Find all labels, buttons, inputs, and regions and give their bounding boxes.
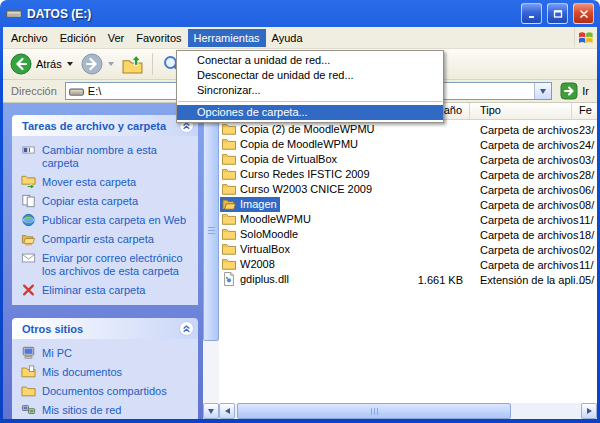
- menu-ayuda[interactable]: Ayuda: [266, 29, 309, 47]
- drive-icon: [6, 8, 22, 19]
- menu-item-conectar-unidad-red[interactable]: Conectar a unidad de red...: [177, 53, 443, 68]
- scroll-left-button[interactable]: [219, 403, 235, 419]
- file-name[interactable]: Imagen: [240, 198, 277, 210]
- task-rename-folder[interactable]: Cambiar nombre a esta carpeta: [21, 144, 194, 170]
- table-row[interactable]: Copia de MoodleWPMU Carpeta de archivos …: [219, 137, 597, 152]
- table-row[interactable]: Copia de VirtualBox Carpeta de archivos …: [219, 152, 597, 167]
- table-row[interactable]: Curso W2003 CNICE 2009 Carpeta de archiv…: [219, 182, 597, 197]
- file-name[interactable]: Copia de MoodleWPMU: [240, 138, 358, 150]
- forward-icon: [81, 53, 103, 75]
- other-places-panel: Otros sitios Mi PC Mis documentos: [12, 318, 198, 419]
- task-label[interactable]: Enviar por correo electrónico los archiv…: [42, 252, 187, 278]
- file-name[interactable]: SoloMoodle: [240, 228, 298, 240]
- back-dropdown-caret[interactable]: [67, 62, 73, 66]
- my-documents-icon: [21, 365, 36, 379]
- maximize-button[interactable]: [547, 3, 568, 24]
- forward-button[interactable]: [78, 52, 117, 76]
- task-label[interactable]: Mover esta carpeta: [42, 176, 136, 189]
- go-label: Ir: [582, 85, 589, 97]
- menu-archivo[interactable]: Archivo: [5, 29, 54, 47]
- address-dropdown-button[interactable]: [534, 83, 551, 99]
- sidebar-item-mis-documentos[interactable]: Mis documentos: [21, 366, 194, 379]
- windows-logo-icon: [574, 28, 597, 47]
- menubar: Archivo Edición Ver Favoritos Herramient…: [3, 27, 597, 49]
- back-button[interactable]: Atrás: [7, 52, 76, 76]
- collapse-button[interactable]: [179, 321, 194, 336]
- file-name[interactable]: Copia (2) de MoodleWPMU: [240, 123, 375, 135]
- table-row[interactable]: gdiplus.dll 1.661 KB Extensión de la apl…: [219, 272, 597, 287]
- sidebar-item-mis-sitios-de-red[interactable]: Mis sitios de red: [21, 404, 194, 417]
- back-label: Atrás: [36, 58, 62, 70]
- email-icon: [21, 251, 36, 265]
- main-area: Tareas de archivo y carpeta Cambiar nomb…: [3, 103, 597, 419]
- file-date: 11/: [572, 214, 597, 226]
- sidebar-item-documentos-compartidos[interactable]: Documentos compartidos: [21, 385, 194, 398]
- go-button[interactable]: Ir: [552, 82, 595, 100]
- scroll-right-button[interactable]: [581, 403, 597, 419]
- task-label[interactable]: Eliminar esta carpeta: [42, 284, 145, 297]
- scroll-down-button[interactable]: [203, 403, 219, 419]
- file-name[interactable]: Curso Redes IFSTIC 2009: [240, 168, 370, 180]
- file-name[interactable]: gdiplus.dll: [240, 273, 289, 285]
- folder-icon: [222, 183, 236, 195]
- sidebar-vertical-scrollbar[interactable]: [203, 103, 219, 419]
- file-type: Carpeta de archivos: [470, 259, 572, 271]
- tasks-panel-header[interactable]: Tareas de archivo y carpeta: [12, 115, 198, 136]
- task-email-files[interactable]: Enviar por correo electrónico los archiv…: [21, 252, 194, 278]
- titlebar[interactable]: DATOS (E:): [3, 0, 597, 27]
- place-label[interactable]: Mis documentos: [42, 366, 122, 379]
- table-row[interactable]: W2008 Carpeta de archivos 11/: [219, 257, 597, 272]
- task-copy-folder[interactable]: Copiar esta carpeta: [21, 195, 194, 208]
- horizontal-scroll-thumb[interactable]: [237, 403, 511, 419]
- folder-icon: [222, 168, 236, 180]
- horizontal-scrollbar[interactable]: [219, 403, 597, 419]
- menu-ver[interactable]: Ver: [102, 29, 131, 47]
- table-row[interactable]: MoodleWPMU Carpeta de archivos 11/: [219, 212, 597, 227]
- menu-herramientas[interactable]: Herramientas: [188, 29, 266, 47]
- file-name[interactable]: W2008: [240, 258, 275, 270]
- table-row[interactable]: SoloMoodle Carpeta de archivos 18/: [219, 227, 597, 242]
- task-label[interactable]: Publicar esta carpeta en Web: [42, 214, 186, 227]
- menu-item-opciones-de-carpeta[interactable]: Opciones de carpeta...: [177, 105, 443, 120]
- task-label[interactable]: Cambiar nombre a esta carpeta: [42, 144, 187, 170]
- table-row[interactable]: Copia (2) de MoodleWPMU Carpeta de archi…: [219, 122, 597, 137]
- task-delete-folder[interactable]: Eliminar esta carpeta: [21, 284, 194, 297]
- file-name[interactable]: Curso W2003 CNICE 2009: [240, 183, 372, 195]
- tasks-panel: Tareas de archivo y carpeta Cambiar nomb…: [12, 115, 198, 305]
- column-header-date[interactable]: Fe: [572, 103, 597, 119]
- place-label[interactable]: Mis sitios de red: [42, 404, 121, 417]
- place-label[interactable]: Mi PC: [42, 347, 72, 360]
- other-places-body: Mi PC Mis documentos Documentos comparti…: [12, 339, 198, 419]
- file-name[interactable]: VirtualBox: [240, 243, 290, 255]
- close-button[interactable]: [573, 3, 594, 24]
- task-share-folder[interactable]: Compartir esta carpeta: [21, 233, 194, 246]
- menu-favoritos[interactable]: Favoritos: [130, 29, 187, 47]
- other-places-header[interactable]: Otros sitios: [12, 318, 198, 339]
- menu-item-sincronizar[interactable]: Sincronizar...: [177, 83, 443, 98]
- menu-item-desconectar-unidad-red[interactable]: Desconectar de unidad de red...: [177, 68, 443, 83]
- menu-edicion[interactable]: Edición: [54, 29, 102, 47]
- vertical-scroll-thumb[interactable]: [203, 119, 219, 341]
- folder-icon: [222, 258, 236, 270]
- up-button[interactable]: [119, 53, 146, 76]
- folder-icon: [222, 213, 236, 225]
- table-row[interactable]: VirtualBox Carpeta de archivos 02/: [219, 242, 597, 257]
- table-row-selected[interactable]: Imagen Carpeta de archivos 08/: [219, 197, 597, 212]
- sidebar-item-mi-pc[interactable]: Mi PC: [21, 347, 194, 360]
- sidebar: Tareas de archivo y carpeta Cambiar nomb…: [3, 103, 203, 419]
- file-date: 23/: [572, 124, 597, 136]
- file-name[interactable]: Copia de VirtualBox: [240, 153, 337, 165]
- file-type: Carpeta de archivos: [470, 154, 572, 166]
- table-row[interactable]: Curso Redes IFSTIC 2009 Carpeta de archi…: [219, 167, 597, 182]
- minimize-button[interactable]: [521, 3, 542, 24]
- task-label[interactable]: Copiar esta carpeta: [42, 195, 138, 208]
- forward-dropdown-caret[interactable]: [108, 62, 114, 66]
- task-publish-web[interactable]: Publicar esta carpeta en Web: [21, 214, 194, 227]
- task-label[interactable]: Compartir esta carpeta: [42, 233, 154, 246]
- task-move-folder[interactable]: Mover esta carpeta: [21, 176, 194, 189]
- arrow-down-icon: [208, 409, 214, 414]
- column-header-type[interactable]: Tipo: [470, 103, 572, 119]
- file-name[interactable]: MoodleWPMU: [240, 213, 311, 225]
- place-label[interactable]: Documentos compartidos: [42, 385, 167, 398]
- folder-icon: [222, 138, 236, 150]
